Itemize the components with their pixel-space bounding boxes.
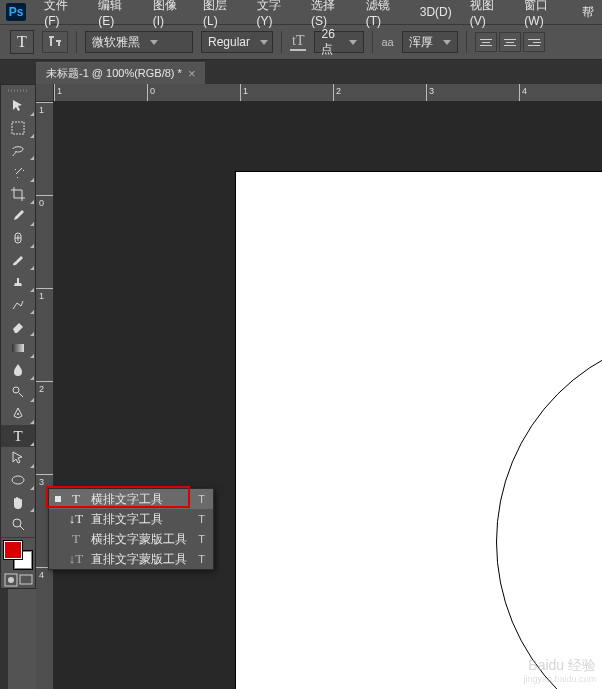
type-tool[interactable]: T xyxy=(1,425,35,447)
antialias-value: 浑厚 xyxy=(409,34,433,51)
orientation-icon xyxy=(47,34,63,50)
toolbox: T xyxy=(0,84,36,589)
blur-tool[interactable] xyxy=(1,359,35,381)
ellipse-path[interactable] xyxy=(496,332,602,689)
text-align-group xyxy=(475,32,545,52)
color-swatches[interactable] xyxy=(4,541,32,569)
path-selection-tool[interactable] xyxy=(1,447,35,469)
move-tool[interactable] xyxy=(1,95,35,117)
type-mask-icon: T xyxy=(69,531,83,547)
separator xyxy=(1,537,35,538)
document-tab-bar: 未标题-1 @ 100%(RGB/8) * × xyxy=(0,60,602,84)
type-glyph-icon: T xyxy=(17,33,27,51)
menu-filter[interactable]: 滤镜(T) xyxy=(358,0,410,30)
flyout-shortcut: T xyxy=(198,513,205,525)
chevron-down-icon xyxy=(150,40,158,45)
toggle-orientation-button[interactable] xyxy=(42,31,68,53)
align-right-button[interactable] xyxy=(523,32,545,52)
type-icon: T xyxy=(69,491,83,507)
chevron-down-icon xyxy=(443,40,451,45)
svg-rect-0 xyxy=(12,122,24,134)
svg-point-4 xyxy=(17,413,19,415)
flyout-shortcut: T xyxy=(198,493,205,505)
healing-brush-tool[interactable] xyxy=(1,227,35,249)
font-style-value: Regular xyxy=(208,35,250,49)
flyout-label: 直排文字蒙版工具 xyxy=(91,551,187,568)
flyout-label: 横排文字蒙版工具 xyxy=(91,531,187,548)
separator xyxy=(466,31,467,53)
eraser-tool[interactable] xyxy=(1,315,35,337)
font-size-icon: tT xyxy=(290,33,306,51)
menu-help[interactable]: 帮 xyxy=(574,2,602,23)
menu-type[interactable]: 文字(Y) xyxy=(249,0,302,30)
svg-rect-9 xyxy=(20,575,32,584)
dodge-tool[interactable] xyxy=(1,381,35,403)
marquee-tool[interactable] xyxy=(1,117,35,139)
flyout-horizontal-type-mask[interactable]: T 横排文字蒙版工具 T xyxy=(49,529,213,549)
toolbox-grip[interactable] xyxy=(1,85,35,95)
separator xyxy=(281,31,282,53)
chevron-down-icon xyxy=(349,40,357,45)
pen-tool[interactable] xyxy=(1,403,35,425)
menu-window[interactable]: 窗口(W) xyxy=(516,0,572,30)
eyedropper-tool[interactable] xyxy=(1,205,35,227)
font-size-value: 26 点 xyxy=(321,27,339,58)
svg-point-5 xyxy=(12,476,24,484)
zoom-tool[interactable] xyxy=(1,513,35,535)
brush-tool[interactable] xyxy=(1,249,35,271)
menu-view[interactable]: 视图(V) xyxy=(462,0,515,30)
align-center-button[interactable] xyxy=(499,32,521,52)
vertical-type-icon: ↓T xyxy=(69,511,83,527)
crop-tool[interactable] xyxy=(1,183,35,205)
font-style-dropdown[interactable]: Regular xyxy=(201,31,273,53)
align-left-button[interactable] xyxy=(475,32,497,52)
font-family-value: 微软雅黑 xyxy=(92,34,140,51)
selected-dot-icon xyxy=(55,496,61,502)
type-tool-flyout: T 横排文字工具 T ↓T 直排文字工具 T T 横排文字蒙版工具 T ↓T 直… xyxy=(48,488,214,570)
svg-rect-2 xyxy=(12,344,24,352)
hand-tool[interactable] xyxy=(1,491,35,513)
flyout-label: 直排文字工具 xyxy=(91,511,163,528)
ruler-origin[interactable] xyxy=(36,84,54,102)
svg-point-8 xyxy=(8,577,14,583)
font-size-dropdown[interactable]: 26 点 xyxy=(314,31,364,53)
flyout-shortcut: T xyxy=(198,533,205,545)
menu-layer[interactable]: 图层(L) xyxy=(195,0,246,30)
document-canvas[interactable] xyxy=(236,172,602,689)
foreground-color-swatch[interactable] xyxy=(4,541,22,559)
flyout-vertical-type-mask[interactable]: ↓T 直排文字蒙版工具 T xyxy=(49,549,213,569)
antialias-dropdown[interactable]: 浑厚 xyxy=(402,31,458,53)
horizontal-ruler[interactable]: 1 0 1 2 3 4 5 xyxy=(54,84,602,102)
flyout-horizontal-type[interactable]: T 横排文字工具 T xyxy=(49,489,213,509)
gradient-tool[interactable] xyxy=(1,337,35,359)
lasso-tool[interactable] xyxy=(1,139,35,161)
menu-edit[interactable]: 编辑(E) xyxy=(90,0,143,30)
menu-image[interactable]: 图像(I) xyxy=(145,0,193,30)
svg-point-6 xyxy=(13,519,21,527)
font-family-dropdown[interactable]: 微软雅黑 xyxy=(85,31,193,53)
magic-wand-tool[interactable] xyxy=(1,161,35,183)
flyout-label: 横排文字工具 xyxy=(91,491,163,508)
screenmode-button[interactable] xyxy=(18,572,33,588)
menu-bar: Ps 文件(F) 编辑(E) 图像(I) 图层(L) 文字(Y) 选择(S) 滤… xyxy=(0,0,602,24)
clone-stamp-tool[interactable] xyxy=(1,271,35,293)
vertical-type-mask-icon: ↓T xyxy=(69,551,83,567)
shape-tool[interactable] xyxy=(1,469,35,491)
quickmask-button[interactable] xyxy=(3,572,18,588)
menu-select[interactable]: 选择(S) xyxy=(303,0,356,30)
flyout-vertical-type[interactable]: ↓T 直排文字工具 T xyxy=(49,509,213,529)
svg-point-3 xyxy=(13,387,19,393)
vertical-ruler[interactable]: 1 0 1 2 3 4 xyxy=(36,102,54,689)
flyout-shortcut: T xyxy=(198,553,205,565)
app-logo: Ps xyxy=(6,3,26,21)
close-icon[interactable]: × xyxy=(188,66,196,81)
separator xyxy=(372,31,373,53)
antialias-icon: aa xyxy=(381,36,393,48)
history-brush-tool[interactable] xyxy=(1,293,35,315)
canvas-area: 1 0 1 2 3 4 5 1 0 1 2 3 4 xyxy=(36,84,602,689)
document-tab-title: 未标题-1 @ 100%(RGB/8) * xyxy=(46,66,182,81)
menu-3d[interactable]: 3D(D) xyxy=(412,3,460,21)
tool-preset-picker[interactable]: T xyxy=(10,30,34,54)
menu-file[interactable]: 文件(F) xyxy=(36,0,88,30)
document-tab[interactable]: 未标题-1 @ 100%(RGB/8) * × xyxy=(36,62,205,84)
